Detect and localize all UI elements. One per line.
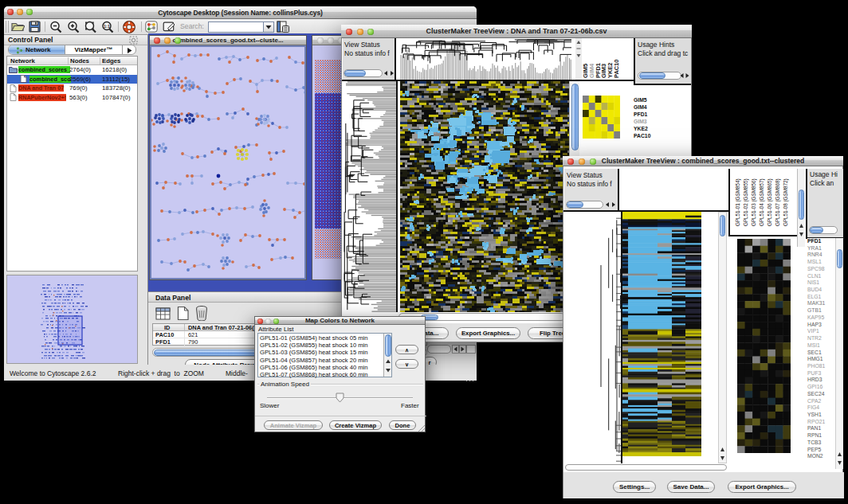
svg-text:GPL51-03 (GSM856): GPL51-03 (GSM856) [751,179,757,227]
svg-text:GPL51-04 (GSM857): GPL51-04 (GSM857) [759,179,765,227]
svg-text:PAC10: PAC10 [613,60,620,78]
svg-text:GPL51-02 (GSM855): GPL51-02 (GSM855) [743,179,749,227]
svg-text:GPL51-01 (GSM854): GPL51-01 (GSM854) [735,179,741,227]
svg-text:GPL51-08 (GSM872): GPL51-08 (GSM872) [783,179,789,227]
svg-text:1:1: 1:1 [104,24,110,29]
svg-text:GPL51-07 (GSM868): GPL51-07 (GSM868) [775,179,781,227]
svg-text:GPL51-06 (GSM865): GPL51-06 (GSM865) [767,179,773,227]
